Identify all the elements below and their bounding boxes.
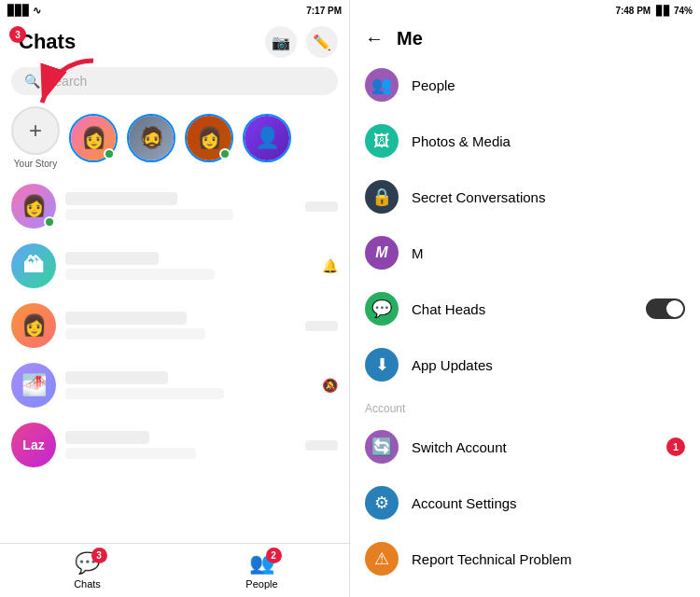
menu-item-chat-heads[interactable]: 💬 Chat Heads xyxy=(350,281,700,337)
secret-icon: 🔒 xyxy=(365,180,399,214)
left-status-right: 7:17 PM xyxy=(306,6,342,16)
photos-icon: 🖼 xyxy=(365,124,399,158)
chat-time-2: 🔔 xyxy=(322,258,338,273)
header-badge: 3 xyxy=(9,26,26,43)
chat-info-1 xyxy=(65,192,296,220)
story-avatar-4: 👤 xyxy=(243,114,291,162)
right-panel: 7:48 PM ▊▊ 74% ← Me 👥 People 🖼 Photos & … xyxy=(350,0,700,597)
me-title: Me xyxy=(397,28,423,49)
menu-item-secret[interactable]: 🔒 Secret Conversations xyxy=(350,169,700,225)
add-story-btn[interactable]: + xyxy=(11,106,60,155)
chat-time-5 xyxy=(305,440,338,451)
online-indicator-3 xyxy=(219,148,231,160)
story-avatar-3: 👩 xyxy=(185,114,233,162)
search-placeholder: Search xyxy=(46,74,87,89)
story-item-3[interactable]: 👩 xyxy=(185,114,233,162)
bottom-nav-left: 3 💬 Chats 2 👥 People xyxy=(0,543,349,597)
header-icons: 📷 ✏️ xyxy=(265,26,338,58)
people-icon: 👥 xyxy=(365,68,399,102)
nav-people[interactable]: 2 👥 People xyxy=(175,544,349,597)
menu-item-help[interactable]: ❓ Help xyxy=(350,587,700,597)
report-problem-icon: ⚠ xyxy=(365,542,399,576)
account-section-title: Account xyxy=(350,393,700,419)
menu-item-photos[interactable]: 🖼 Photos & Media xyxy=(350,113,700,169)
menu-item-switch-account[interactable]: 🔄 Switch Account 1 xyxy=(350,419,700,475)
chat-avatar-1: 👩 xyxy=(11,184,56,229)
camera-icon: 📷 xyxy=(272,34,290,51)
left-panel: ▊▊▊ ∿ 7:17 PM 3 Chats 📷 ✏️ xyxy=(0,0,350,597)
chat-heads-label: Chat Heads xyxy=(412,301,633,317)
story-avatar-1: 👩 xyxy=(69,114,118,162)
right-status-bar: 7:48 PM ▊▊ 74% xyxy=(350,0,700,21)
chat-avatar-3: 👩 xyxy=(11,303,56,348)
chat-heads-toggle[interactable] xyxy=(646,298,685,319)
chat-avatar-2: 🏔 xyxy=(11,243,56,288)
menu-item-m[interactable]: M M xyxy=(350,225,700,281)
report-problem-label: Report Technical Problem xyxy=(412,551,685,567)
chat-avatar-5: Laz xyxy=(11,423,56,467)
app-updates-icon: ⬇ xyxy=(365,348,399,382)
toggle-knob xyxy=(666,300,683,317)
left-status-bar: ▊▊▊ ∿ 7:17 PM xyxy=(0,0,349,21)
secret-label: Secret Conversations xyxy=(412,189,685,205)
search-icon: 🔍 xyxy=(24,74,40,89)
chat-item-1[interactable]: 👩 xyxy=(0,176,349,236)
chats-nav-badge: 3 xyxy=(91,548,107,563)
chat-item-5[interactable]: Laz xyxy=(0,415,349,475)
right-header: ← Me xyxy=(350,21,700,57)
add-story[interactable]: + Your Story xyxy=(11,106,60,169)
story-item-2[interactable]: 🧔 xyxy=(127,114,175,162)
right-time: 7:48 PM xyxy=(615,6,651,16)
chat-info-2 xyxy=(65,252,313,280)
switch-account-badge: 1 xyxy=(666,437,685,456)
account-settings-icon: ⚙ xyxy=(365,486,399,520)
chat-time-1 xyxy=(305,201,338,212)
back-button[interactable]: ← xyxy=(365,28,384,49)
chat-item-2[interactable]: 🏔 🔔 xyxy=(0,236,349,296)
camera-button[interactable]: 📷 xyxy=(265,26,297,58)
m-label: M xyxy=(412,245,685,261)
switch-account-label: Switch Account xyxy=(412,439,653,455)
photos-label: Photos & Media xyxy=(412,133,685,149)
signal-icon: ▊▊▊ xyxy=(7,5,30,17)
info-icon: ✏️ xyxy=(313,34,331,51)
muted-icon-2: 🔔 xyxy=(322,258,338,273)
wifi-icon: ∿ xyxy=(33,5,41,17)
story-avatar-2: 🧔 xyxy=(127,114,175,162)
online-indicator-1 xyxy=(104,148,115,160)
chat-info-3 xyxy=(65,312,296,340)
muted-icon-4: 🔕 xyxy=(322,378,338,393)
m-icon: M xyxy=(365,236,399,270)
left-status-left: ▊▊▊ ∿ xyxy=(7,5,41,17)
menu-item-report-problem[interactable]: ⚠ Report Technical Problem xyxy=(350,531,700,587)
nav-chats[interactable]: 3 💬 Chats xyxy=(0,544,175,597)
people-nav-badge: 2 xyxy=(266,548,282,563)
chats-title: Chats xyxy=(19,30,76,54)
story-item-1[interactable]: 👩 xyxy=(69,114,118,162)
menu-item-account-settings[interactable]: ⚙ Account Settings xyxy=(350,475,700,531)
chat-time-3 xyxy=(305,321,338,331)
story-item-4[interactable]: 👤 xyxy=(243,114,291,162)
right-battery: ▊▊ 74% xyxy=(656,6,693,16)
app-updates-label: App Updates xyxy=(412,357,685,373)
search-bar[interactable]: 🔍 Search xyxy=(11,67,338,95)
chat-online-1 xyxy=(44,216,55,228)
chat-time-4: 🔕 xyxy=(322,378,338,393)
chats-nav-label: Chats xyxy=(74,578,101,590)
menu-item-people[interactable]: 👥 People xyxy=(350,57,700,113)
stories-row: + Your Story 👩 🧔 👩 xyxy=(0,103,349,176)
chat-info-5 xyxy=(65,431,296,459)
info-button[interactable]: ✏️ xyxy=(306,26,338,58)
chat-info-4 xyxy=(65,371,313,399)
title-row: 3 Chats xyxy=(11,30,76,54)
switch-account-icon: 🔄 xyxy=(365,430,399,464)
chat-item-4[interactable]: 🌁 🔕 xyxy=(0,355,349,415)
right-menu: 👥 People 🖼 Photos & Media 🔒 Secret Conve… xyxy=(350,57,700,597)
account-settings-label: Account Settings xyxy=(412,495,685,511)
left-header: 3 Chats 📷 ✏️ xyxy=(0,21,349,63)
chat-item-3[interactable]: 👩 xyxy=(0,296,349,355)
your-story-label: Your Story xyxy=(14,159,57,169)
people-label: People xyxy=(412,77,685,93)
chat-list: 👩 🏔 🔔 xyxy=(0,176,349,543)
menu-item-app-updates[interactable]: ⬇ App Updates xyxy=(350,337,700,393)
